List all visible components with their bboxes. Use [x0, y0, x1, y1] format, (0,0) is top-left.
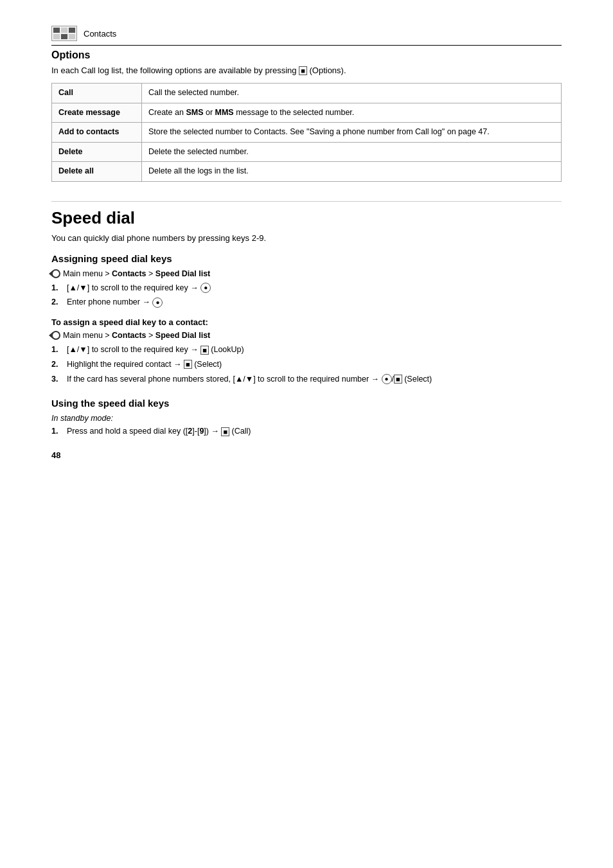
circle-button: ●	[200, 283, 211, 293]
to-assign-label: To assign a speed dial key to a contact:	[51, 317, 562, 327]
icon-cell	[69, 28, 75, 33]
list-item: 2. Enter phone number → ●	[51, 296, 562, 308]
using-keys-heading: Using the speed dial keys	[51, 398, 562, 409]
list-item: 1. [▲/▼] to scroll to the required key →…	[51, 282, 562, 294]
options-intro: In each Call log list, the following opt…	[51, 65, 562, 76]
icon-cell	[53, 28, 60, 33]
table-row: Call Call the selected number.	[52, 84, 562, 103]
contacts-label: Contacts	[84, 29, 116, 39]
action-cell: Call	[52, 84, 142, 103]
description-cell: Call the selected number.	[142, 84, 562, 103]
action-cell: Delete	[52, 142, 142, 162]
lookup-key: ■	[200, 346, 209, 355]
menu-path-1: Main menu > Contacts > Speed Dial list	[51, 269, 562, 278]
menu-path-icon	[51, 269, 60, 278]
description-cell: Delete all the logs in the list.	[142, 162, 562, 182]
circle-button-2: ●	[382, 374, 392, 384]
speed-dial-section: Speed dial You can quickly dial phone nu…	[51, 201, 562, 438]
icon-cell	[61, 34, 67, 39]
standby-label: In standby mode:	[51, 414, 562, 423]
speed-dial-title: Speed dial	[51, 201, 562, 228]
icon-cell	[53, 34, 60, 39]
assign-keys-section: Assigning speed dial keys Main menu > Co…	[51, 253, 562, 385]
select-key: ■	[184, 360, 192, 369]
icon-cell	[69, 34, 75, 39]
call-key: ■	[221, 427, 229, 436]
using-keys-section: Using the speed dial keys In standby mod…	[51, 398, 562, 438]
speed-dial-intro: You can quickly dial phone numbers by pr…	[51, 233, 562, 243]
menu-path-text-2: Main menu > Contacts > Speed Dial list	[63, 331, 210, 340]
select-key-2: ■	[394, 375, 402, 384]
table-row: Create message Create an SMS or MMS mess…	[52, 103, 562, 123]
menu-path-icon-2	[51, 331, 60, 340]
menu-path-text: Main menu > Contacts > Speed Dial list	[63, 269, 210, 278]
options-section: Options In each Call log list, the follo…	[51, 49, 562, 182]
list-item: 1. Press and hold a speed dial key ([2]-…	[51, 425, 562, 438]
action-cell: Create message	[52, 103, 142, 123]
list-item: 2. Highlight the required contact → ■ (S…	[51, 359, 562, 371]
options-key-icon: ■	[299, 66, 307, 75]
page-number: 48	[51, 450, 562, 460]
description-cell: Store the selected number to Contacts. S…	[142, 123, 562, 143]
options-table: Call Call the selected number. Create me…	[51, 83, 562, 182]
circle-button: ●	[152, 297, 163, 308]
contacts-icon	[51, 26, 77, 41]
description-cell: Create an SMS or MMS message to the sele…	[142, 103, 562, 123]
action-cell: Add to contacts	[52, 123, 142, 143]
icon-cell	[61, 28, 67, 33]
table-row: Delete all Delete all the logs in the li…	[52, 162, 562, 182]
menu-path-2: Main menu > Contacts > Speed Dial list	[51, 331, 562, 340]
list-item: 3. If the card has several phone numbers…	[51, 373, 562, 385]
action-cell: Delete all	[52, 162, 142, 182]
list-item: 1. [▲/▼] to scroll to the required key →…	[51, 344, 562, 356]
description-cell: Delete the selected number.	[142, 142, 562, 162]
options-heading: Options	[51, 49, 562, 61]
steps-list-2: 1. [▲/▼] to scroll to the required key →…	[51, 344, 562, 385]
steps-list-1: 1. [▲/▼] to scroll to the required key →…	[51, 282, 562, 309]
assign-keys-heading: Assigning speed dial keys	[51, 253, 562, 264]
steps-list-3: 1. Press and hold a speed dial key ([2]-…	[51, 425, 562, 438]
contacts-header: Contacts	[51, 26, 562, 46]
table-row: Add to contacts Store the selected numbe…	[52, 123, 562, 143]
table-row: Delete Delete the selected number.	[52, 142, 562, 162]
